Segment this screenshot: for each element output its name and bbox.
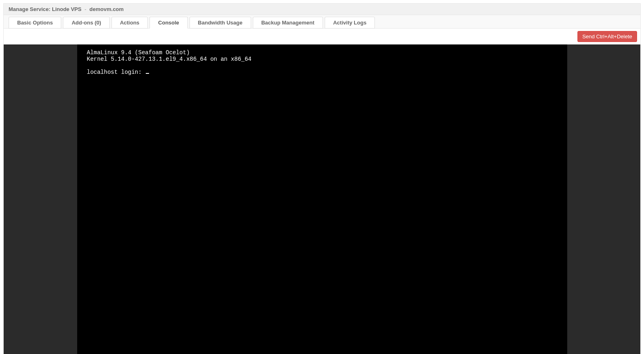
- console-action-bar: Send Ctrl+Alt+Delete: [4, 29, 640, 44]
- title-bar: Manage Service: Linode VPS - demovm.com: [4, 4, 640, 15]
- console-screen[interactable]: AlmaLinux 9.4 (Seafoam Ocelot) Kernel 5.…: [77, 44, 567, 354]
- send-ctrl-alt-delete-button[interactable]: Send Ctrl+Alt+Delete: [577, 31, 637, 42]
- tab-basic-options[interactable]: Basic Options: [9, 17, 61, 29]
- console-area: AlmaLinux 9.4 (Seafoam Ocelot) Kernel 5.…: [4, 44, 640, 354]
- tab-console[interactable]: Console: [149, 17, 187, 29]
- tab-bandwidth-usage[interactable]: Bandwidth Usage: [189, 17, 251, 29]
- service-name: Linode VPS: [52, 6, 81, 12]
- service-domain: demovm.com: [89, 6, 124, 12]
- tabs-row: Basic Options Add-ons (0) Actions Consol…: [4, 15, 640, 29]
- tab-backup-management[interactable]: Backup Management: [253, 17, 323, 29]
- title-label: Manage Service:: [9, 6, 51, 12]
- console-line: Kernel 5.14.0-427.13.1.el9_4.x86_64 on a…: [87, 56, 252, 62]
- tab-addons[interactable]: Add-ons (0): [63, 17, 109, 29]
- console-line: AlmaLinux 9.4 (Seafoam Ocelot): [87, 49, 190, 56]
- tab-activity-logs[interactable]: Activity Logs: [325, 17, 375, 29]
- title-separator: -: [83, 6, 88, 12]
- login-prompt: localhost login:: [87, 69, 145, 75]
- tab-actions[interactable]: Actions: [111, 17, 148, 29]
- cursor-icon: [146, 73, 149, 74]
- service-panel: Manage Service: Linode VPS - demovm.com …: [3, 3, 641, 354]
